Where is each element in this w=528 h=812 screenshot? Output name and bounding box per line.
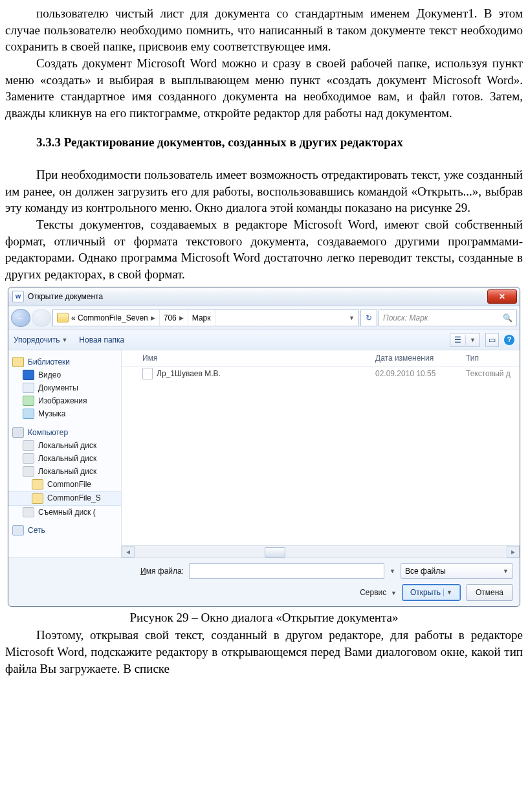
nav-video[interactable]: Видео <box>8 368 121 381</box>
new-folder-label: Новая папка <box>79 335 124 345</box>
nav-forward-button[interactable]: → <box>32 309 51 327</box>
close-button[interactable]: ✕ <box>487 289 517 304</box>
nav-label: Музыка <box>38 409 65 419</box>
preview-pane-icon[interactable]: ▭ <box>485 333 499 347</box>
file-name: Лр_1Шуваев М.В. <box>157 368 221 379</box>
chevron-right-icon: ▶ <box>151 314 155 322</box>
paragraph: пользователю чистый лист для документа с… <box>5 5 523 55</box>
nav-label: Библиотеки <box>28 357 70 367</box>
organize-button[interactable]: Упорядочить ▼ <box>14 335 67 345</box>
view-list-icon: ☰ <box>450 335 466 345</box>
nav-label: CommonFile <box>47 479 91 490</box>
paragraph: Тексты документов, создаваемых в редакто… <box>5 216 523 283</box>
scroll-left-icon[interactable]: ◂ <box>122 546 135 558</box>
file-type: Текстовый д <box>466 368 520 379</box>
cancel-label: Отмена <box>476 587 503 598</box>
drive-icon <box>23 440 34 451</box>
nav-label: Видео <box>38 370 61 380</box>
navigation-pane: Библиотеки Видео Документы Изображения <box>8 350 122 558</box>
column-headers[interactable]: Имя Дата изменения Тип <box>122 350 520 367</box>
nav-folder-selected[interactable]: CommonFile_S <box>8 491 121 505</box>
view-mode-selector[interactable]: ☰ ▼ <box>450 333 480 347</box>
figure-caption: Рисунок 29 – Окно диалога «Открытие доку… <box>5 609 523 626</box>
paragraph: Создать документ Microsoft Word можно и … <box>5 55 523 122</box>
open-button[interactable]: Открыть ▼ <box>402 584 461 601</box>
breadcrumb-segment[interactable]: « CommonFile_Seven <box>71 313 148 323</box>
horizontal-scrollbar[interactable]: ◂ ▸ <box>122 545 520 558</box>
column-type[interactable]: Тип <box>466 353 520 363</box>
nav-folder[interactable]: CommonFile <box>8 478 121 491</box>
dialog-title: Открытие документа <box>28 291 103 302</box>
paragraph: При необходимости пользователь имеет воз… <box>5 166 523 216</box>
chevron-down-icon[interactable]: ▼ <box>390 567 395 575</box>
folder-icon <box>32 493 43 504</box>
column-date[interactable]: Дата изменения <box>375 353 466 363</box>
breadcrumb-segment[interactable]: 706 <box>164 313 177 323</box>
scroll-thumb[interactable] <box>265 547 285 558</box>
file-type-dropdown[interactable]: Все файлы ▼ <box>401 563 513 579</box>
nav-drive[interactable]: Локальный диск <box>8 452 121 465</box>
nav-network[interactable]: Сеть <box>8 524 121 537</box>
music-icon <box>23 409 34 419</box>
refresh-button[interactable]: ↻ <box>360 310 377 326</box>
search-icon: 🔍 <box>503 313 512 323</box>
chevron-down-icon: ▼ <box>61 336 67 344</box>
filename-input[interactable] <box>189 563 384 579</box>
pictures-icon <box>23 396 34 406</box>
chevron-down-icon[interactable]: ▼ <box>349 314 355 322</box>
drive-icon <box>23 453 34 464</box>
drive-icon <box>23 507 34 517</box>
open-file-dialog: W Открытие документа ✕ ← → « CommonFile_… <box>8 287 520 607</box>
cancel-button[interactable]: Отмена <box>466 584 513 601</box>
scroll-track[interactable] <box>135 547 507 557</box>
nav-label: Локальный диск <box>38 440 96 451</box>
nav-label: Локальный диск <box>38 466 96 477</box>
scroll-right-icon[interactable]: ▸ <box>507 546 520 558</box>
new-folder-button[interactable]: Новая папка <box>79 335 124 345</box>
drive-icon <box>23 466 34 477</box>
breadcrumb-segment[interactable]: Марк <box>192 313 211 323</box>
service-button[interactable]: Сервис ▼ <box>360 587 397 598</box>
libraries-icon <box>12 357 24 367</box>
nav-label: Сеть <box>28 525 45 536</box>
nav-drive[interactable]: Локальный диск <box>8 465 121 478</box>
network-icon <box>12 525 24 536</box>
chevron-down-icon: ▼ <box>391 590 397 596</box>
video-icon <box>23 370 34 380</box>
breadcrumb[interactable]: « CommonFile_Seven ▶ 706 ▶ Марк ▼ <box>52 310 359 326</box>
paragraph: Поэтому, открывая свой текст, созданный … <box>5 627 523 677</box>
service-label: Сервис <box>360 588 386 597</box>
filter-label: Все файлы <box>405 566 446 576</box>
refresh-icon: ↻ <box>366 313 372 323</box>
chevron-right-icon: ▶ <box>179 314 184 322</box>
nav-removable[interactable]: Съемный диск ( <box>8 506 121 519</box>
chevron-down-icon: ▼ <box>503 567 509 575</box>
folder-icon <box>57 313 69 322</box>
folder-icon <box>32 479 43 490</box>
nav-documents[interactable]: Документы <box>8 381 121 394</box>
documents-icon <box>23 383 34 393</box>
chevron-down-icon[interactable]: ▼ <box>443 589 452 596</box>
help-icon[interactable]: ? <box>504 335 514 345</box>
nav-music[interactable]: Музыка <box>8 407 121 420</box>
nav-computer[interactable]: Компьютер <box>8 426 121 439</box>
nav-back-button[interactable]: ← <box>11 309 30 327</box>
file-row[interactable]: Лр_1Шуваев М.В. 02.09.2010 10:55 Текстов… <box>122 367 520 381</box>
search-input[interactable]: Поиск: Марк 🔍 <box>379 310 517 326</box>
file-date: 02.09.2010 10:55 <box>375 368 466 379</box>
nav-label: Съемный диск ( <box>38 507 96 517</box>
text-file-icon <box>142 368 153 379</box>
section-heading: 3.3.3 Редактирование документов, созданн… <box>5 134 523 151</box>
nav-label: Локальный диск <box>38 453 96 464</box>
nav-pictures[interactable]: Изображения <box>8 394 121 407</box>
nav-label: Изображения <box>38 396 87 406</box>
arrow-right-icon: → <box>38 313 45 323</box>
nav-libraries[interactable]: Библиотеки <box>8 355 121 368</box>
arrow-left-icon: ← <box>17 313 25 323</box>
filename-label: Имя файла: <box>140 566 184 576</box>
nav-drive[interactable]: Локальный диск <box>8 439 121 452</box>
computer-icon <box>12 427 24 438</box>
column-name[interactable]: Имя <box>142 353 375 363</box>
nav-label: Документы <box>38 383 78 393</box>
organize-label: Упорядочить <box>14 335 60 345</box>
